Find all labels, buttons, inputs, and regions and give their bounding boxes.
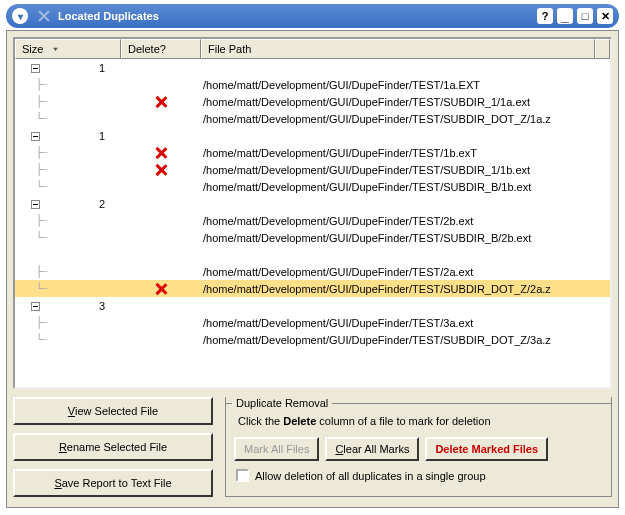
table-row[interactable] xyxy=(15,246,610,263)
table-row[interactable]: ├┈/home/matt/Development/GUI/DupeFinder/… xyxy=(15,76,610,93)
collapse-icon[interactable] xyxy=(31,64,40,73)
file-path: /home/matt/Development/GUI/DupeFinder/TE… xyxy=(201,164,610,176)
allow-deletion-row[interactable]: Allow deletion of all duplicates in a si… xyxy=(236,469,603,482)
file-path: /home/matt/Development/GUI/DupeFinder/TE… xyxy=(201,181,610,193)
save-report-button[interactable]: Save Report to Text File xyxy=(13,469,213,497)
removal-instructions: Click the Delete column of a file to mar… xyxy=(238,415,603,427)
column-header-size[interactable]: Size ▼ xyxy=(15,39,121,59)
removal-button-row: Mark All Files Clear All Marks Delete Ma… xyxy=(234,437,603,461)
tree-branch-icon: └┈ xyxy=(19,231,47,244)
file-path: /home/matt/Development/GUI/DupeFinder/TE… xyxy=(201,113,610,125)
table-row[interactable]: 3 xyxy=(15,297,610,314)
tree-branch-icon: ├┈ xyxy=(19,163,47,176)
rename-selected-button[interactable]: Rename Selected File xyxy=(13,433,213,461)
table-row[interactable]: ├┈/home/matt/Development/GUI/DupeFinder/… xyxy=(15,212,610,229)
allow-deletion-checkbox[interactable] xyxy=(236,469,249,482)
close-button[interactable]: ✕ xyxy=(597,8,613,24)
table-row[interactable]: ├┈/home/matt/Development/GUI/DupeFinder/… xyxy=(15,144,610,161)
file-path: /home/matt/Development/GUI/DupeFinder/TE… xyxy=(201,147,610,159)
tree-branch-icon: ├┈ xyxy=(19,95,47,108)
file-path: /home/matt/Development/GUI/DupeFinder/TE… xyxy=(201,215,610,227)
table-row[interactable]: └┈/home/matt/Development/GUI/DupeFinder/… xyxy=(15,280,610,297)
window-title: Located Duplicates xyxy=(58,10,159,22)
delete-cell[interactable] xyxy=(121,282,201,296)
app-icon xyxy=(36,8,52,24)
duplicate-removal-group: Duplicate Removal Click the Delete colum… xyxy=(225,397,612,497)
table-row[interactable]: └┈/home/matt/Development/GUI/DupeFinder/… xyxy=(15,331,610,348)
titlebar: ▾ Located Duplicates ? _ □ ✕ xyxy=(6,4,619,28)
column-header-path-label: File Path xyxy=(208,43,251,55)
column-header-delete[interactable]: Delete? xyxy=(121,39,201,59)
file-path: /home/matt/Development/GUI/DupeFinder/TE… xyxy=(201,96,610,108)
table-row[interactable]: 2 xyxy=(15,195,610,212)
column-header-stub xyxy=(595,39,610,59)
delete-mark-icon[interactable] xyxy=(154,282,168,296)
delete-mark-icon[interactable] xyxy=(154,146,168,160)
delete-cell[interactable] xyxy=(121,146,201,160)
grid-header: Size ▼ Delete? File Path xyxy=(15,39,610,59)
bottom-panel: View Selected File Rename Selected File … xyxy=(13,397,612,497)
delete-mark-icon[interactable] xyxy=(154,163,168,177)
table-row[interactable]: ├┈/home/matt/Development/GUI/DupeFinder/… xyxy=(15,93,610,110)
tree-branch-icon: ├┈ xyxy=(19,78,47,91)
delete-cell[interactable] xyxy=(121,163,201,177)
table-row[interactable]: ├┈/home/matt/Development/GUI/DupeFinder/… xyxy=(15,314,610,331)
grid-body[interactable]: 1 ├┈/home/matt/Development/GUI/DupeFinde… xyxy=(15,59,610,389)
file-path: /home/matt/Development/GUI/DupeFinder/TE… xyxy=(201,283,610,295)
table-row[interactable]: ├┈/home/matt/Development/GUI/DupeFinder/… xyxy=(15,161,610,178)
file-path: /home/matt/Development/GUI/DupeFinder/TE… xyxy=(201,79,610,91)
window-menu-button[interactable]: ▾ xyxy=(12,8,28,24)
file-path: /home/matt/Development/GUI/DupeFinder/TE… xyxy=(201,266,610,278)
mark-all-button[interactable]: Mark All Files xyxy=(234,437,319,461)
table-row[interactable]: └┈/home/matt/Development/GUI/DupeFinder/… xyxy=(15,229,610,246)
group-legend: Duplicate Removal xyxy=(232,397,332,409)
collapse-icon[interactable] xyxy=(31,132,40,141)
tree-branch-icon: ├┈ xyxy=(19,146,47,159)
tree-branch-icon: └┈ xyxy=(19,112,47,125)
minimize-button[interactable]: _ xyxy=(557,8,573,24)
file-path: /home/matt/Development/GUI/DupeFinder/TE… xyxy=(201,232,610,244)
tree-branch-icon: └┈ xyxy=(19,282,47,295)
table-row[interactable]: └┈/home/matt/Development/GUI/DupeFinder/… xyxy=(15,110,610,127)
action-buttons: View Selected File Rename Selected File … xyxy=(13,397,213,497)
column-header-delete-label: Delete? xyxy=(128,43,166,55)
tree-branch-icon: ├┈ xyxy=(19,316,47,329)
column-header-path[interactable]: File Path xyxy=(201,39,595,59)
table-row[interactable]: 1 xyxy=(15,59,610,76)
file-path: /home/matt/Development/GUI/DupeFinder/TE… xyxy=(201,334,610,346)
help-button[interactable]: ? xyxy=(537,8,553,24)
table-row[interactable]: 1 xyxy=(15,127,610,144)
delete-mark-icon[interactable] xyxy=(154,95,168,109)
tree-branch-icon: ├┈ xyxy=(19,214,47,227)
delete-marked-button[interactable]: Delete Marked Files xyxy=(425,437,548,461)
duplicates-grid: Size ▼ Delete? File Path 1 ├┈/home/matt/… xyxy=(13,37,612,389)
column-header-size-label: Size xyxy=(22,43,43,55)
file-path: /home/matt/Development/GUI/DupeFinder/TE… xyxy=(201,317,610,329)
maximize-button[interactable]: □ xyxy=(577,8,593,24)
view-selected-button[interactable]: View Selected File xyxy=(13,397,213,425)
delete-cell[interactable] xyxy=(121,95,201,109)
allow-deletion-label: Allow deletion of all duplicates in a si… xyxy=(255,470,486,482)
collapse-icon[interactable] xyxy=(31,302,40,311)
table-row[interactable]: ├┈/home/matt/Development/GUI/DupeFinder/… xyxy=(15,263,610,280)
tree-branch-icon: └┈ xyxy=(19,333,47,346)
collapse-icon[interactable] xyxy=(31,200,40,209)
sort-descending-icon: ▼ xyxy=(51,46,59,52)
tree-branch-icon: └┈ xyxy=(19,180,47,193)
clear-all-button[interactable]: Clear All Marks xyxy=(325,437,419,461)
table-row[interactable]: └┈/home/matt/Development/GUI/DupeFinder/… xyxy=(15,178,610,195)
tree-branch-icon: ├┈ xyxy=(19,265,47,278)
content-area: Size ▼ Delete? File Path 1 ├┈/home/matt/… xyxy=(6,30,619,508)
